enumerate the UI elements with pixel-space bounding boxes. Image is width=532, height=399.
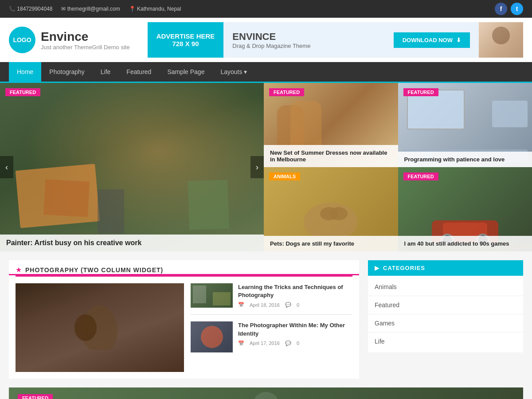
ad-content: ENVINCE Drag & Drop Magazine Theme DOWNL… bbox=[223, 22, 479, 58]
featured-cars-label: FEATURED bbox=[403, 172, 438, 180]
site-tagline: Just another ThemeGrill Demo site bbox=[41, 44, 130, 51]
logo-area: LOGO Envince Just another ThemeGrill Dem… bbox=[9, 27, 130, 53]
featured-main[interactable]: FEATURED Painter: Artist busy on his cre… bbox=[0, 83, 264, 251]
main-nav: Home Photography Life Featured Sample Pa… bbox=[0, 62, 532, 82]
category-animals[interactable]: Animals bbox=[368, 278, 523, 296]
featured-main-label: FEATURED bbox=[5, 88, 40, 96]
featured-cell-dogs[interactable]: ANIMALS Pets: Dogs are still my favorite bbox=[264, 167, 398, 251]
main-content: ★ PHOTOGRAPHY (TWO COLUMN WIDGET) bbox=[9, 260, 359, 379]
divider bbox=[191, 314, 352, 315]
banner-featured-label: Featured bbox=[18, 394, 53, 399]
nav-life[interactable]: Life bbox=[93, 62, 119, 82]
photo-article-1[interactable]: Learning the Tricks and Techniques of Ph… bbox=[191, 283, 352, 308]
featured-dresses-label: FEATURED bbox=[269, 88, 304, 96]
photography-widget: ★ PHOTOGRAPHY (TWO COLUMN WIDGET) bbox=[9, 260, 359, 379]
comment-icon-2: 💬 bbox=[285, 340, 291, 346]
featured-cars-caption: I am 40 but still addicted to 90s games bbox=[398, 236, 532, 251]
top-bar-left: 📞 184729904048 ✉ themegrill@gmail.com 📍 … bbox=[9, 6, 181, 12]
star-icon: ★ bbox=[16, 266, 22, 274]
featured-cell-cars[interactable]: FEATURED I am 40 but still addicted to 9… bbox=[398, 167, 532, 251]
photo-article-2-meta: 📅 April 17, 2016 💬 0 bbox=[238, 340, 352, 346]
featured-programming-label: FEATURED bbox=[403, 88, 438, 96]
photo-grid: Learning the Tricks and Techniques of Ph… bbox=[9, 277, 359, 379]
download-button[interactable]: DOWNLOAD NOW ⬇ bbox=[394, 32, 470, 48]
phone-info: 📞 184729904048 bbox=[9, 6, 52, 12]
nav-layouts[interactable]: Layouts bbox=[212, 62, 255, 82]
photo-article-2-info: The Photographer Within Me: My Other Ide… bbox=[238, 321, 352, 346]
top-bar-social: f t bbox=[495, 3, 523, 15]
featured-cell-dresses[interactable]: FEATURED New Set of Summer Dresses now a… bbox=[264, 83, 398, 167]
categories-widget-title: ▶ CATEGORIES bbox=[368, 260, 523, 276]
facebook-icon[interactable]: f bbox=[495, 3, 507, 15]
folder-icon: ▶ bbox=[375, 265, 379, 271]
photo-thumb-1 bbox=[191, 283, 233, 308]
photo-article-list: Learning the Tricks and Techniques of Ph… bbox=[184, 283, 352, 372]
location-info: 📍 Kathmandu, Nepal bbox=[129, 6, 181, 12]
category-featured[interactable]: Featured bbox=[368, 296, 523, 314]
calendar-icon-2: 📅 bbox=[238, 340, 244, 346]
categories-widget: ▶ CATEGORIES Animals Featured Games Life bbox=[368, 260, 523, 352]
featured-bottom-banner[interactable]: Featured bbox=[9, 387, 523, 399]
calendar-icon: 📅 bbox=[238, 302, 244, 308]
photo-main-image[interactable] bbox=[16, 283, 184, 372]
category-games[interactable]: Games bbox=[368, 314, 523, 332]
carousel-next-button[interactable]: › bbox=[250, 156, 264, 178]
featured-cell-programming[interactable]: FEATURED Programming with patience and l… bbox=[398, 83, 532, 167]
photo-article-2-title: The Photographer Within Me: My Other Ide… bbox=[238, 321, 352, 337]
ad-brand-info: ENVINCE Drag & Drop Magazine Theme bbox=[232, 31, 310, 49]
ad-image bbox=[479, 22, 523, 58]
ad-banner: ADVERTISE HERE 728 X 90 ENVINCE Drag & D… bbox=[148, 22, 523, 58]
site-title: Envince bbox=[41, 30, 130, 44]
photography-widget-label: PHOTOGRAPHY (TWO COLUMN WIDGET) bbox=[25, 266, 163, 274]
photo-article-1-meta: 📅 April 18, 2016 💬 0 bbox=[238, 302, 352, 308]
featured-grid: FEATURED Painter: Artist busy on his cre… bbox=[0, 83, 532, 251]
photo-article-2[interactable]: The Photographer Within Me: My Other Ide… bbox=[191, 321, 352, 352]
photo-article-1-title: Learning the Tricks and Techniques of Ph… bbox=[238, 283, 352, 299]
nav-photography[interactable]: Photography bbox=[41, 62, 92, 82]
photo-thumb-2 bbox=[191, 321, 233, 352]
featured-main-image bbox=[0, 83, 264, 251]
featured-right-grid: FEATURED New Set of Summer Dresses now a… bbox=[264, 83, 532, 251]
email-info: ✉ themegrill@gmail.com bbox=[61, 6, 120, 12]
nav-sample-page[interactable]: Sample Page bbox=[159, 62, 212, 82]
photography-widget-title: ★ PHOTOGRAPHY (TWO COLUMN WIDGET) bbox=[9, 260, 359, 275]
ad-label: ADVERTISE HERE 728 X 90 bbox=[148, 22, 224, 58]
site-logo[interactable]: LOGO bbox=[9, 27, 35, 53]
nav-featured[interactable]: Featured bbox=[118, 62, 159, 82]
featured-programming-caption: Programming with patience and love bbox=[398, 152, 532, 167]
content-area: ★ PHOTOGRAPHY (TWO COLUMN WIDGET) bbox=[0, 251, 532, 387]
site-header: LOGO Envince Just another ThemeGrill Dem… bbox=[0, 18, 532, 62]
twitter-icon[interactable]: t bbox=[511, 3, 523, 15]
sidebar: ▶ CATEGORIES Animals Featured Games Life bbox=[368, 260, 523, 379]
photo-article-1-info: Learning the Tricks and Techniques of Ph… bbox=[238, 283, 352, 308]
featured-dresses-caption: New Set of Summer Dresses now available … bbox=[264, 145, 398, 167]
download-icon: ⬇ bbox=[456, 37, 461, 43]
categories-label: CATEGORIES bbox=[383, 265, 425, 271]
site-branding: Envince Just another ThemeGrill Demo sit… bbox=[41, 30, 130, 51]
featured-main-caption: Painter: Artist busy on his creative wor… bbox=[0, 235, 264, 251]
comment-icon: 💬 bbox=[285, 302, 291, 308]
featured-dogs-caption: Pets: Dogs are still my favorite bbox=[264, 236, 398, 251]
category-life[interactable]: Life bbox=[368, 332, 523, 350]
top-bar: 📞 184729904048 ✉ themegrill@gmail.com 📍 … bbox=[0, 0, 532, 18]
category-list: Animals Featured Games Life bbox=[368, 276, 523, 352]
carousel-prev-button[interactable]: ‹ bbox=[0, 156, 13, 178]
featured-dogs-label: ANIMALS bbox=[269, 172, 300, 180]
nav-home[interactable]: Home bbox=[9, 62, 41, 82]
